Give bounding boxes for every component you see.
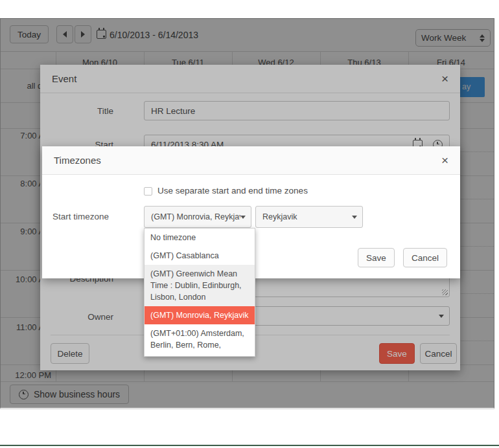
page: Today 6/10/2013 - 6/14/2013 Work Week Mo…: [0, 0, 499, 448]
timezone-dropdown-value: (GMT) Monrovia, Reykjav: [151, 212, 240, 221]
timezones-dialog-title: Timezones: [42, 155, 101, 166]
city-dropdown-value: Reykjavik: [262, 212, 352, 221]
timezone-dropdown[interactable]: (GMT) Monrovia, Reykjav: [144, 206, 251, 228]
chevron-down-icon: [352, 216, 357, 219]
separate-timezones-label: Use separate start and end time zones: [157, 186, 308, 196]
close-icon[interactable]: ×: [441, 146, 448, 175]
timezone-option[interactable]: (GMT+01:00) Amsterdam, Berlin, Bern, Rom…: [145, 324, 255, 354]
timezones-cancel-button-label: Cancel: [412, 253, 439, 263]
timezone-popup: No timezone (GMT) Casablanca (GMT) Green…: [144, 228, 255, 357]
timezone-option-selected[interactable]: (GMT) Monrovia, Reykjavik: [145, 306, 255, 324]
timezones-save-button[interactable]: Save: [358, 248, 395, 267]
timezones-dialog-titlebar: Timezones ×: [42, 146, 460, 175]
timezone-option[interactable]: (GMT) Casablanca: [145, 247, 255, 265]
start-timezone-label: Start timezone: [49, 212, 109, 221]
page-footer-line: [0, 445, 499, 446]
timezone-option[interactable]: No timezone: [145, 229, 255, 247]
city-dropdown[interactable]: Reykjavik: [255, 206, 363, 228]
timezone-option[interactable]: (GMT) Greenwich Mean Time : Dublin, Edin…: [145, 265, 255, 306]
separate-timezones-checkbox[interactable]: [144, 187, 152, 196]
chevron-down-icon: [240, 216, 246, 219]
timezones-cancel-button[interactable]: Cancel: [403, 248, 447, 267]
timezones-save-button-label: Save: [366, 253, 386, 263]
